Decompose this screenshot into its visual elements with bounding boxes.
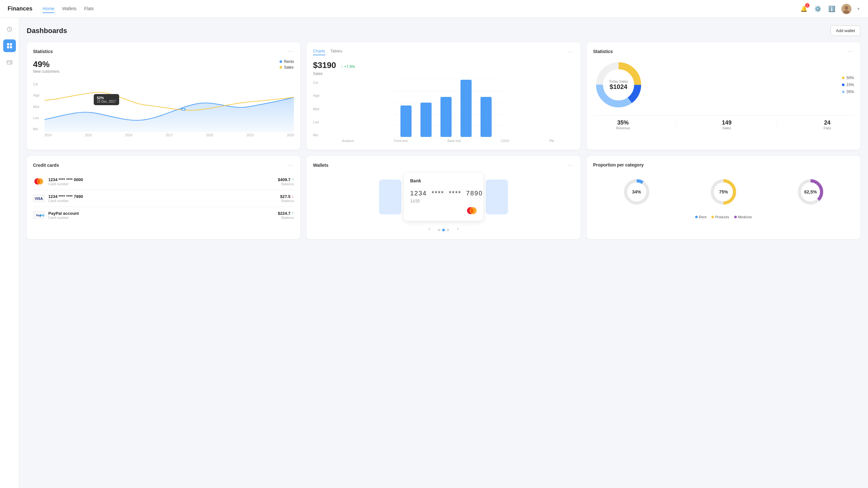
proportion-card: Proportion per category 34% [587,156,860,239]
donut-stat-flats: 24 Flats [824,119,831,130]
legend-dot-products [711,216,714,218]
page-header: Dashboards Add wallet [27,25,860,36]
cc-balance-label-visa: Balance [280,199,294,203]
sales-amount: $3190 [313,60,336,70]
donut-legend-blue: 15% [842,83,854,87]
cc-number-paypal: PayPal account [48,211,79,216]
credit-cards-header: Credit cards ··· [33,162,294,168]
notification-icon[interactable]: 🔔 1 [799,4,808,13]
credit-cards-menu[interactable]: ··· [288,162,294,168]
visa-icon: VISA [33,194,44,202]
proportion-legend-label-rent: Rent [699,215,706,219]
proportion-label-products: 75% [719,189,728,194]
charts-header: Charts Tables ··· [313,49,574,55]
carousel-row: Bank 1234 **** **** 7890 11/25 [313,173,574,221]
donut-center-value: $1024 [609,83,628,91]
legend-item-sales: Sales [280,65,294,69]
statistics-right-header: Statistics ··· [593,49,854,54]
donut-stat-revenue: 35% Revenue [616,119,630,130]
nav-wallets[interactable]: Wallets [62,5,76,13]
charts-card: Charts Tables ··· $3190 ↑ +7.9% Sales Cr… [307,42,580,150]
proportion-legend: Rent Products Medicine [593,215,854,219]
cc-arrow-up-paypal: ↑ [292,211,294,216]
wallets-title: Wallets [313,163,329,168]
settings-icon[interactable]: ⚙️ [813,4,822,13]
carousel-dot-3[interactable] [447,229,449,231]
credit-card-row-visa: VISA 1234 **** **** 7890 Card number $27… [33,190,294,207]
proportion-label-medicine: 62,5% [804,189,817,194]
donut-wrap: Today Sales $1024 [593,59,644,110]
sidebar-icon-wallet[interactable] [3,56,16,69]
statistics-left-menu[interactable]: ··· [288,49,294,54]
cc-balance-paypal: $224.7 [278,211,291,216]
legend-dot-lightblue [842,91,844,93]
wallets-menu[interactable]: ··· [568,162,574,168]
credit-cards-title: Credit cards [33,163,59,168]
carousel-next[interactable]: › [454,224,461,233]
donut-stat-sales: 149 Sales [722,119,732,130]
cc-balance-label-paypal: Balance [278,216,294,219]
cc-number-mastercard: 1234 **** **** 0000 [48,177,83,182]
wallets-header: Wallets ··· [313,162,574,168]
donut-stat-val-sales: 149 [722,119,732,126]
donut-legend-35: 35% [846,90,854,94]
dashboard-grid: Statistics ··· 49% New customers Rents [27,42,860,239]
bar-x-labels: AnalysisFront endBack endUX/UIPM [322,139,574,143]
avatar[interactable] [841,4,851,14]
svg-rect-20 [440,97,452,137]
nav-chevron-icon: ▼ [857,7,860,11]
chart-y-labels: CritHighMedLowMin [33,81,40,132]
cc-arrow-up-mastercard: ↑ [292,177,294,182]
wallet-card-right-preview [486,180,508,214]
cc-right-mastercard: $409.7 ↑ Balance [278,177,294,186]
info-icon[interactable]: ℹ️ [827,4,836,13]
main-content: Dashboards Add wallet Statistics ··· 49%… [19,18,868,488]
wallets-card: Wallets ··· [307,156,580,239]
legend-dot-sales [280,66,282,69]
tab-charts[interactable]: Charts [313,49,325,55]
sidebar-icon-history[interactable] [3,23,16,36]
chart-svg-wrap: 52% 23 Dec, 2017 [44,81,294,132]
donut-stat-label-sales: Sales [722,126,732,130]
statistics-right-menu[interactable]: ··· [848,49,854,54]
legend-dot-rents [280,60,282,63]
svg-rect-5 [10,43,12,45]
wallet-card-main: Bank 1234 **** **** 7890 11/25 [404,173,483,221]
cc-right-visa: $27.5 ↓ Balance [280,194,294,203]
donut-legend-50: 50% [846,75,854,80]
nav-home[interactable]: Home [42,5,54,13]
tab-tables[interactable]: Tables [331,49,342,55]
donut-legend-lightblue: 35% [842,90,854,94]
statistics-left-card: Statistics ··· 49% New customers Rents [27,42,300,150]
donut-legend: 50% 15% 35% [842,75,854,94]
donut-stat-val-revenue: 35% [616,119,630,126]
nav-right: 🔔 1 ⚙️ ℹ️ ▼ [799,4,860,14]
carousel-prev[interactable]: ‹ [426,224,433,233]
carousel-dot-2[interactable] [442,229,445,231]
svg-rect-6 [7,46,9,48]
bar-chart-area: 234 AnalysisFront endBack endUX/UIPM [322,80,574,143]
legend: Rents Sales [280,59,294,69]
charts-menu[interactable]: ··· [568,49,574,55]
statistics-left-title: Statistics [33,49,53,54]
charts-tabs: Charts Tables [313,49,342,55]
carousel-dot-1[interactable] [438,229,440,231]
notification-badge: 1 [805,3,810,8]
carousel-dots [438,229,449,231]
proportion-legend-label-medicine: Medicine [738,215,752,219]
page-title: Dashboards [27,27,67,35]
wallet-card-logo [465,207,478,216]
donut-stat-label-flats: Flats [824,126,831,130]
svg-rect-22 [480,97,492,137]
svg-text:VISA: VISA [35,197,43,201]
proportion-legend-products: Products [711,215,729,219]
sales-sublabel: Sales [313,71,574,76]
paypal-icon: Pay Pal [33,211,44,219]
proportion-label-rent: 34% [632,189,641,194]
proportion-row: 34% 75% [593,173,854,211]
nav-flats[interactable]: Flats [84,5,94,13]
add-wallet-button[interactable]: Add wallet [831,25,860,36]
sidebar-icon-dashboard[interactable] [3,39,16,52]
sidebar [0,18,19,488]
svg-rect-19 [420,102,431,137]
